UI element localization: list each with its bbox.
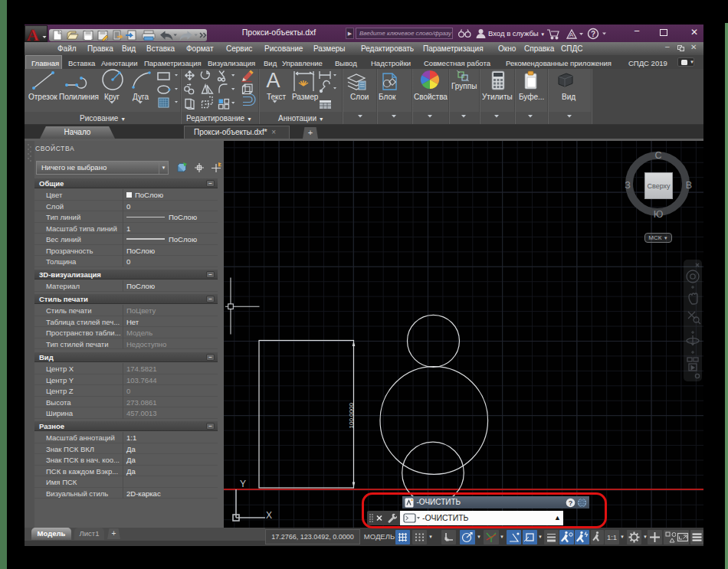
svg-text:A: A [27, 25, 39, 42]
svg-text:A: A [569, 31, 574, 38]
svg-text:A: A [267, 69, 280, 92]
svg-text:?: ? [591, 30, 595, 38]
svg-text:100.0000: 100.0000 [348, 403, 355, 429]
svg-text:X: X [266, 510, 272, 521]
svg-text:Y: Y [240, 479, 246, 489]
